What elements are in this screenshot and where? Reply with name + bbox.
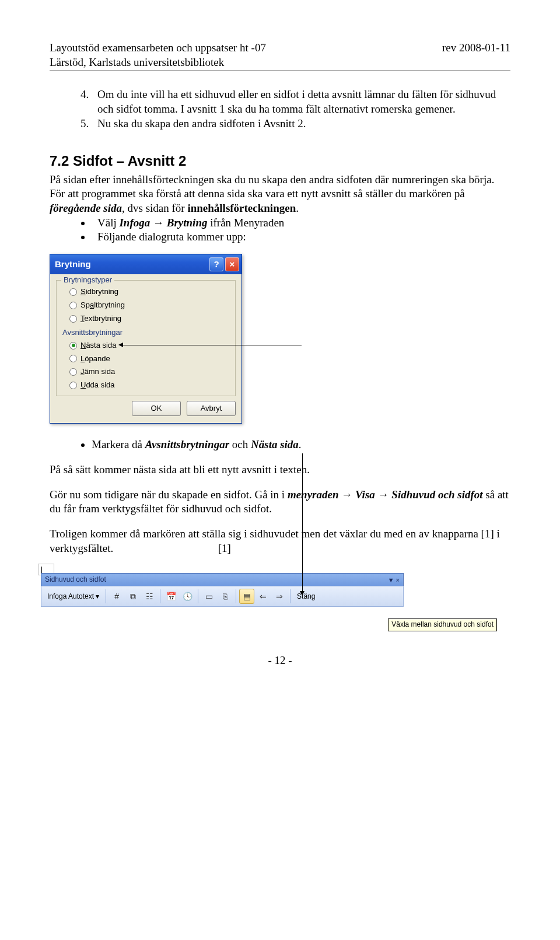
paragraph: På så sätt kommer nästa sida att bli ett… <box>50 463 510 477</box>
insert-autotext-dropdown[interactable]: Infoga Autotext ▾ <box>44 591 103 603</box>
time-icon[interactable]: 🕓 <box>180 589 195 604</box>
chevron-down-icon: ▾ <box>96 592 99 602</box>
radio-icon <box>69 315 77 323</box>
toggle-header-footer-icon[interactable]: ▤ <box>239 589 254 604</box>
dropdown-icon[interactable]: ▼ × <box>388 576 400 584</box>
close-button[interactable]: × <box>225 257 239 271</box>
radio-icon <box>69 288 77 296</box>
radio-nasta-sida[interactable]: Nästa sida <box>62 339 229 352</box>
page-number-icon[interactable]: # <box>109 589 124 604</box>
help-button[interactable]: ? <box>209 257 223 271</box>
dialog-titlebar[interactable]: Brytning ? × <box>50 254 242 274</box>
show-next-icon[interactable]: ⇒ <box>272 589 287 604</box>
bullet-list-after-dialog: Markera då Avsnittsbrytningar och Nästa … <box>50 438 510 452</box>
page-count-icon[interactable]: ⧉ <box>125 589 141 604</box>
list-item: Om du inte vill ha ett sidhuvud eller en… <box>92 88 510 116</box>
toolbar-title: Sidhuvud och sidfot <box>45 575 106 585</box>
toolbar-body: Infoga Autotext ▾ # ⧉ ☷ 📅 🕓 ▭ ⎘ ▤ ⇐ ⇒ <box>41 586 404 607</box>
arrow-icon: → <box>341 488 352 501</box>
radio-udda-sida[interactable]: Udda sida <box>62 379 229 392</box>
toolbar-titlebar[interactable]: Sidhuvud och sidfot ▼ × <box>41 573 404 586</box>
ok-button[interactable]: OK <box>132 401 181 416</box>
toolbar-close-button[interactable]: Stäng <box>293 591 318 603</box>
page-setup-icon[interactable]: ▭ <box>201 589 216 604</box>
radio-sidbrytning[interactable]: Sidbrytning <box>62 285 229 299</box>
page-number: - 12 - <box>50 654 510 668</box>
list-item: Följande dialogruta kommer upp: <box>92 230 510 244</box>
radio-lopande[interactable]: Löpande <box>62 352 229 366</box>
radio-icon <box>69 302 77 309</box>
paragraph-with-ref: Troligen kommer då markören att ställa s… <box>50 527 510 555</box>
cancel-button[interactable]: Avbryt <box>187 401 236 416</box>
same-as-previous-icon[interactable]: ⎘ <box>218 589 233 604</box>
group2-legend: Avsnittsbrytningar <box>62 328 229 338</box>
brytning-dialog: Brytning ? × Brytningstyper Sidbrytning … <box>50 254 242 424</box>
separator <box>106 589 106 603</box>
arrow-icon: → <box>378 488 389 501</box>
radio-icon <box>69 355 77 362</box>
radio-jamn-sida[interactable]: Jämn sida <box>62 365 229 379</box>
list-item: Välj Infoga → Brytning ifrån Menyraden <box>92 216 510 230</box>
header-rule <box>50 71 510 71</box>
bullet-list-before-dialog: Välj Infoga → Brytning ifrån Menyraden F… <box>50 216 510 244</box>
paragraph: Gör nu som tidigare när du skapade en si… <box>50 488 510 516</box>
header-left: Layoutstöd examensarbeten och uppsatser … <box>50 41 266 55</box>
ref-marker: [1] <box>218 542 231 554</box>
annotation-arrow <box>302 453 303 593</box>
annotation-arrow <box>121 345 302 345</box>
format-page-icon[interactable]: ☷ <box>142 589 157 604</box>
radio-icon <box>69 382 77 389</box>
radio-icon-checked <box>69 342 77 350</box>
tooltip: Växla mellan sidhuvud och sidfot <box>388 618 497 631</box>
separator <box>236 589 236 603</box>
header-left-line2: Lärstöd, Karlstads universitetsbibliotek <box>50 55 510 70</box>
arrow-icon: → <box>153 216 164 229</box>
radio-spaltbrytning[interactable]: Spaltbrytning <box>62 299 229 312</box>
show-previous-icon[interactable]: ⇐ <box>256 589 271 604</box>
group1-legend: Brytningstyper <box>61 275 114 285</box>
numbered-list: Om du inte vill ha ett sidhuvud eller en… <box>50 88 510 131</box>
dialog-fieldset: Brytningstyper Sidbrytning Spaltbrytning… <box>56 280 236 396</box>
header-right: rev 2008-01-11 <box>442 41 510 55</box>
separator <box>290 589 290 603</box>
radio-icon <box>69 368 77 376</box>
list-item: Nu ska du skapa den andra sidfoten i Avs… <box>92 117 510 131</box>
separator <box>198 589 198 603</box>
date-icon[interactable]: 📅 <box>163 589 178 604</box>
section-heading: 7.2 Sidfot – Avsnitt 2 <box>50 152 510 170</box>
separator <box>160 589 160 603</box>
radio-textbrytning[interactable]: Textbrytning <box>62 312 229 326</box>
list-item: Markera då Avsnittsbrytningar och Nästa … <box>92 438 510 452</box>
dialog-title: Brytning <box>55 258 208 270</box>
section-paragraph: På sidan efter innehållsförteckningen sk… <box>50 173 510 216</box>
